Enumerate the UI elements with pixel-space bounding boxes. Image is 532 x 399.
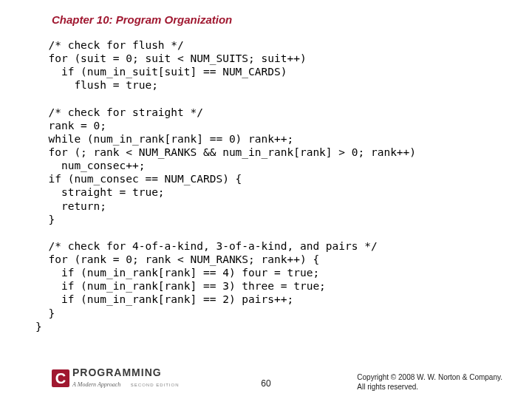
page-number: 60 (261, 378, 270, 389)
chapter-title: Chapter 10: Program Organization (52, 13, 232, 26)
logo-subline: A Modern Approach SECOND EDITION (72, 378, 179, 389)
book-logo: C PROGRAMMING A Modern Approach SECOND E… (52, 367, 179, 389)
logo-text: PROGRAMMING A Modern Approach SECOND EDI… (72, 367, 179, 389)
copyright: Copyright © 2008 W. W. Norton & Company.… (357, 372, 502, 392)
copyright-line1: Copyright © 2008 W. W. Norton & Company. (357, 372, 502, 382)
logo-c-icon: C (52, 369, 69, 387)
logo-edition: SECOND EDITION (131, 383, 180, 387)
logo-subtitle: A Modern Approach (72, 381, 120, 388)
copyright-line2: All rights reserved. (357, 382, 502, 392)
code-listing: /* check for flush */ for (suit = 0; sui… (35, 38, 416, 333)
logo-main-text: PROGRAMMING (72, 367, 179, 378)
